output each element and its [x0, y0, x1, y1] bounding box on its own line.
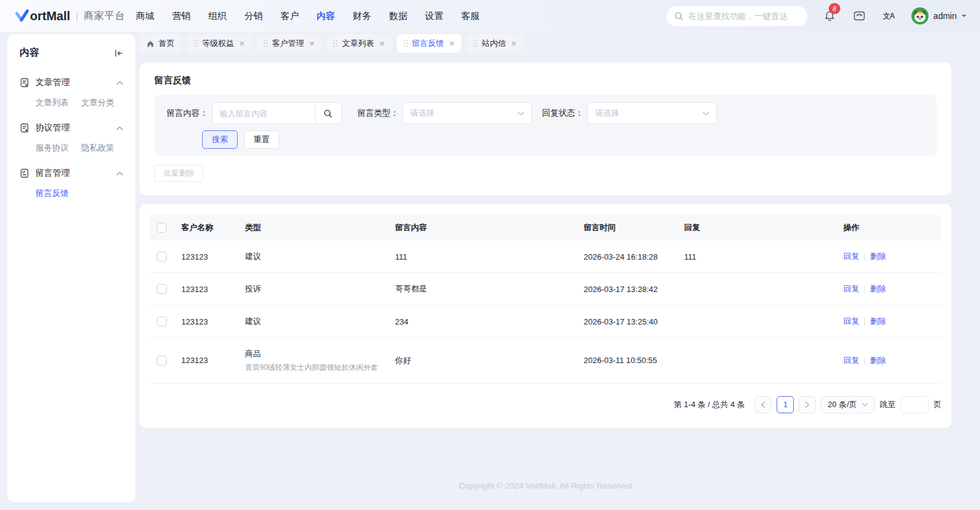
username: admin	[933, 11, 957, 21]
page-number-1[interactable]: 1	[777, 396, 794, 413]
drag-handle-icon[interactable]	[263, 40, 268, 47]
filter-panel: 留言内容： 留言类型： 请选择 回复状态： 请选择	[154, 95, 937, 156]
workspace-icon[interactable]	[853, 9, 866, 23]
nav-item-distribution[interactable]: 分销	[244, 10, 263, 22]
sidebar-item-message-feedback[interactable]: 留言反馈	[36, 188, 81, 199]
sidebar-group-agreement[interactable]: 协议管理	[16, 116, 127, 140]
row-checkbox[interactable]	[157, 317, 167, 326]
input-search-button[interactable]	[315, 102, 342, 124]
table-row: 123123 投诉 哥哥都是 2026-03-17 13:28:42 回复|删除	[149, 273, 941, 306]
tab-message-feedback[interactable]: 留言反馈 ×	[397, 34, 461, 53]
nav-item-content[interactable]: 内容	[317, 10, 335, 22]
next-page-button[interactable]	[799, 396, 816, 413]
cell-content: 234	[390, 306, 579, 338]
col-reply: 回复	[679, 215, 839, 241]
global-search[interactable]	[666, 6, 807, 26]
tab-level-rights[interactable]: 等级权益 ×	[187, 34, 251, 53]
notification-bell-icon[interactable]: 8	[823, 9, 837, 23]
translate-icon[interactable]: 文A	[882, 9, 895, 23]
close-icon[interactable]: ×	[309, 39, 314, 48]
row-checkbox[interactable]	[157, 284, 167, 294]
global-search-input[interactable]	[688, 12, 799, 21]
sidebar-group-label: 协议管理	[36, 122, 70, 133]
sidebar-header: 内容	[16, 43, 127, 70]
nav-item-service[interactable]: 客服	[461, 10, 480, 22]
message-content-input[interactable]	[212, 102, 315, 124]
nav-item-settings[interactable]: 设置	[425, 10, 443, 22]
nav-item-marketing[interactable]: 营销	[172, 10, 190, 22]
tab-label: 文章列表	[342, 38, 374, 49]
nav-item-mall[interactable]: 商城	[136, 10, 154, 22]
nav-item-finance[interactable]: 财务	[353, 10, 371, 22]
row-checkbox[interactable]	[157, 356, 167, 366]
tab-article-list[interactable]: 文章列表 ×	[326, 34, 391, 53]
user-menu[interactable]: admin	[911, 7, 967, 24]
reply-link[interactable]: 回复	[843, 356, 859, 365]
feedback-table: 客户名称 类型 留言内容 留言时间 回复 操作 123123 建议 111 20…	[149, 215, 941, 384]
drag-handle-icon[interactable]	[473, 40, 478, 47]
cell-customer: 123123	[176, 306, 240, 338]
notification-badge: 8	[829, 3, 840, 14]
delete-link[interactable]: 删除	[870, 356, 886, 365]
user-caret-icon	[962, 15, 967, 20]
drag-handle-icon[interactable]	[333, 40, 337, 47]
close-icon[interactable]: ×	[450, 39, 454, 48]
tab-label: 首页	[159, 38, 175, 49]
tab-customer-management[interactable]: 客户管理 ×	[257, 34, 321, 53]
sidebar-children-agreement: 服务协议 隐私政策	[16, 140, 127, 161]
sidebar-group-message[interactable]: 留言管理	[16, 161, 127, 186]
nav-item-data[interactable]: 数据	[389, 10, 407, 22]
sidebar-group-label: 文章管理	[36, 77, 70, 88]
brand-logo: ortMall | 商家平台	[15, 9, 136, 23]
delete-link[interactable]: 删除	[870, 252, 886, 261]
chevron-up-icon	[116, 126, 123, 130]
reply-link[interactable]: 回复	[843, 284, 859, 293]
reply-status-select[interactable]: 请选择	[587, 102, 717, 124]
col-actions: 操作	[839, 215, 941, 241]
tab-label: 客户管理	[272, 38, 304, 49]
cell-content: 111	[390, 241, 579, 273]
close-icon[interactable]: ×	[379, 39, 384, 48]
delete-link[interactable]: 删除	[870, 284, 886, 293]
logo-v-icon	[15, 9, 29, 23]
delete-link[interactable]: 删除	[870, 317, 886, 326]
sidebar-group-article[interactable]: 文章管理	[16, 70, 127, 95]
page-size-select[interactable]: 20 条/页	[821, 396, 875, 413]
jump-page-input[interactable]	[900, 396, 929, 413]
cell-type: 投诉	[240, 273, 390, 306]
nav-item-customer[interactable]: 客户	[281, 10, 299, 22]
sidebar-item-article-category[interactable]: 文章分类	[81, 97, 127, 108]
sidebar-group-label: 留言管理	[36, 168, 70, 179]
chevron-up-icon	[116, 171, 123, 176]
search-button[interactable]: 搜索	[202, 130, 238, 149]
bulk-delete-button[interactable]: 批量删除	[154, 165, 203, 182]
close-icon[interactable]: ×	[511, 39, 516, 48]
reset-button[interactable]: 重置	[244, 130, 279, 149]
cell-time: 2026-03-17 13:25:40	[579, 306, 679, 338]
sidebar-item-service-agreement[interactable]: 服务协议	[36, 143, 81, 154]
drag-handle-icon[interactable]	[404, 40, 408, 47]
chevron-up-icon	[116, 81, 123, 85]
message-type-select[interactable]: 请选择	[402, 102, 532, 124]
cell-type: 建议	[240, 306, 390, 338]
reply-link[interactable]: 回复	[843, 252, 859, 261]
row-checkbox[interactable]	[157, 252, 167, 261]
reply-link[interactable]: 回复	[843, 317, 859, 326]
tab-site-message[interactable]: 站内信 ×	[467, 34, 523, 53]
cell-type: 商品 直筒90绒轻薄女士内胆圆领短款休闲外套	[240, 338, 390, 384]
select-all-checkbox[interactable]	[157, 223, 167, 233]
tab-home[interactable]: 首页	[140, 34, 181, 53]
cell-reply	[679, 273, 839, 306]
drag-handle-icon[interactable]	[194, 40, 198, 47]
nav-item-organization[interactable]: 组织	[208, 10, 227, 22]
sidebar-item-privacy-policy[interactable]: 隐私政策	[81, 143, 127, 154]
cell-type-product-name: 直筒90绒轻薄女士内胆圆领短款休闲外套	[245, 363, 385, 373]
sidebar-item-article-list[interactable]: 文章列表	[36, 97, 81, 108]
close-icon[interactable]: ×	[239, 39, 244, 48]
sidebar-collapse-icon[interactable]	[114, 49, 123, 58]
filter-content-label: 留言内容：	[167, 108, 208, 119]
table-header-row: 客户名称 类型 留言内容 留言时间 回复 操作	[149, 215, 941, 241]
prev-page-button[interactable]	[755, 396, 772, 413]
topbar: ortMall | 商家平台 商城 营销 组织 分销 客户 内容 财务 数据 设…	[0, 0, 980, 32]
filter-status-label: 回复状态：	[542, 108, 584, 119]
